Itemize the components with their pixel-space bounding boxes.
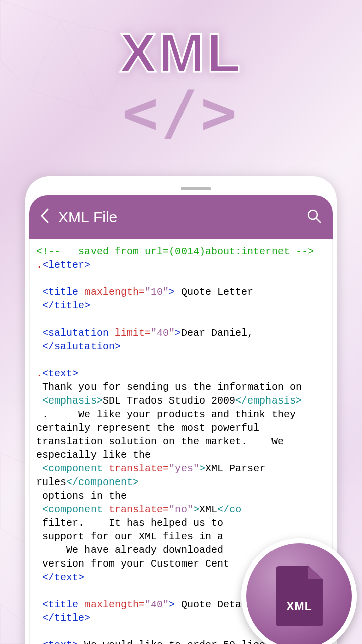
app-title: XML File (58, 209, 307, 226)
attr-maxlength: maxlength= (84, 286, 145, 298)
text-content: Thank you for sending us the information… (42, 381, 302, 393)
tag-component-close: </co (217, 504, 241, 515)
attrval: "no" (169, 504, 193, 515)
text-content: We have already downloaded (42, 544, 229, 556)
xml-file-label: XML (276, 600, 323, 613)
tag-emphasis: <emphasis> (42, 395, 103, 407)
search-button[interactable] (307, 209, 322, 226)
attrval: "40" (151, 327, 175, 339)
tag-salutation-close: </salutation> (42, 341, 121, 352)
search-icon (307, 209, 322, 224)
tag-emphasis-close: </emphasis> (235, 395, 302, 407)
tag-component: <component (42, 504, 109, 515)
hero-title: XML (0, 25, 362, 80)
text-content: version from your Customer Cent (42, 558, 229, 570)
text-content: Dear Daniel, (181, 327, 253, 339)
tag-component: <component (42, 463, 109, 474)
dot-marker: . (36, 368, 42, 379)
attrval: "40" (145, 599, 169, 610)
tag-title-close: </title> (42, 612, 90, 624)
xml-comment: <!-- saved from url=(0014)about:internet… (36, 246, 314, 257)
text-content: filter. It has helped us to (42, 517, 229, 529)
code-tag-icon: </> (0, 86, 362, 140)
back-button[interactable] (40, 208, 58, 227)
tag-text: <text> (42, 368, 78, 379)
tag-title: <title (42, 286, 84, 298)
hero: XML </> (0, 25, 362, 140)
text-content: SDL Trados Studio 2009 (103, 395, 235, 407)
attr-translate: translate= (109, 463, 169, 474)
text-content: support for our XML files in a (42, 531, 229, 542)
attrval: "yes" (169, 463, 199, 474)
tag-text: <text> (42, 639, 78, 644)
xml-file-icon: XML (276, 566, 323, 626)
tag-salutation: <salutation (42, 327, 115, 339)
dot-marker: . (36, 259, 42, 271)
phone-speaker (151, 187, 211, 190)
attr-maxlength: maxlength= (84, 599, 145, 610)
text-content: . We like your products and think they c… (36, 409, 302, 461)
tag-text-close: </text> (42, 572, 84, 583)
text-content: XML (199, 504, 217, 515)
text-content: Quote Letter (175, 286, 253, 298)
attr-limit: limit= (115, 327, 151, 339)
tag-letter: <letter> (42, 259, 90, 271)
text-content: options in the (42, 490, 127, 502)
svg-line-1 (316, 218, 320, 222)
attrval: "10" (145, 286, 169, 298)
tag-component-close: </component> (66, 476, 139, 488)
attr-translate: translate= (109, 504, 169, 515)
chevron-left-icon (40, 208, 49, 223)
tag-title: <title (42, 599, 84, 610)
app-bar: XML File (29, 195, 333, 239)
tag-title-close: </title> (42, 300, 90, 311)
